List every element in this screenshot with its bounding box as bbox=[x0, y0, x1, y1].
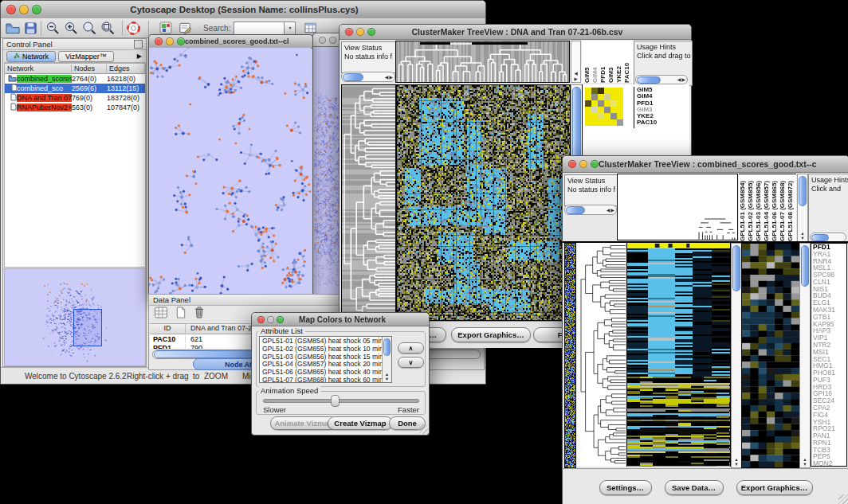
network-table-header[interactable]: Network Nodes Edges bbox=[5, 64, 145, 74]
zoom-button[interactable] bbox=[277, 316, 284, 323]
scrollbar-thumb[interactable] bbox=[343, 73, 363, 81]
status-welcome: Welcome to Cytoscape 2.6.2 bbox=[25, 372, 127, 381]
scrollbar-thumb[interactable] bbox=[799, 176, 807, 206]
window-controls[interactable] bbox=[6, 5, 41, 14]
id-column-header[interactable]: ID bbox=[150, 324, 186, 334]
vizmapper-icon[interactable] bbox=[159, 20, 172, 36]
resize-grip[interactable] bbox=[418, 424, 428, 434]
minimize-button[interactable] bbox=[267, 316, 274, 323]
tab-overflow-arrow[interactable]: ▶ bbox=[137, 53, 142, 60]
view-status-scrollbar[interactable]: ◀▶ bbox=[341, 72, 395, 82]
network-table-row[interactable]: combined_scores2764(0)16218(0) bbox=[5, 74, 145, 84]
delete-attribute-icon[interactable] bbox=[194, 306, 205, 322]
move-down-button[interactable]: ∨ bbox=[398, 357, 424, 368]
new-attribute-icon[interactable] bbox=[175, 307, 186, 322]
attribute-list[interactable]: GPL51-01 (GSM854) heat shock 05 minGPL51… bbox=[259, 336, 392, 383]
tab-network[interactable]: Network bbox=[6, 51, 56, 62]
scrollbar-thumb[interactable] bbox=[566, 206, 585, 214]
save-icon[interactable] bbox=[25, 20, 37, 36]
zoom-button[interactable] bbox=[591, 160, 599, 168]
minimize-button[interactable] bbox=[19, 5, 29, 14]
dendrogram-minibar[interactable]: ◀ ▶ bbox=[571, 41, 581, 83]
zoom-in-icon[interactable] bbox=[64, 20, 78, 36]
close-button[interactable] bbox=[155, 37, 163, 45]
array-column-label: GPL51-08 (GSM872) bbox=[787, 174, 795, 241]
animation-slider-track[interactable] bbox=[263, 399, 419, 403]
close-button[interactable] bbox=[257, 316, 265, 323]
main-title-bar[interactable]: Cytoscape Desktop (Session Name: collins… bbox=[1, 1, 485, 19]
minimize-button[interactable] bbox=[166, 37, 174, 45]
animation-slider-thumb[interactable] bbox=[331, 395, 340, 407]
export-graphics-button[interactable]: Export Graphics… bbox=[736, 480, 813, 495]
row-dendrogram-1[interactable] bbox=[342, 85, 395, 320]
select-attributes-icon[interactable] bbox=[154, 307, 168, 322]
column-dendrogram-2[interactable] bbox=[618, 174, 737, 240]
close-button[interactable] bbox=[345, 28, 353, 36]
usage-hints-scrollbar[interactable]: ◀▶ bbox=[635, 75, 688, 84]
minimize-button[interactable] bbox=[356, 28, 364, 36]
zoom-heatmap-1[interactable] bbox=[585, 88, 623, 126]
annotation-icon[interactable] bbox=[179, 20, 192, 36]
close-button[interactable] bbox=[6, 5, 16, 14]
gene-label: MON2 bbox=[813, 460, 846, 467]
treeview1-title-bar[interactable]: ClusterMaker TreeView : DNA and Tran 07-… bbox=[340, 25, 691, 40]
scroll-left-icon: ◀ bbox=[677, 76, 681, 84]
network-table-row[interactable]: RNAPuberNov2+563(0)107847(0) bbox=[5, 103, 145, 112]
col-edges[interactable]: Edges bbox=[107, 64, 145, 72]
global-heatmap-2[interactable] bbox=[626, 243, 731, 467]
treeview2-title-bar[interactable]: ClusterMaker TreeView : combined_scores_… bbox=[563, 156, 848, 173]
export-graphics-button[interactable]: Export Graphics… bbox=[451, 327, 531, 342]
column-dendrogram-1[interactable] bbox=[396, 41, 569, 82]
zoom-out-icon[interactable] bbox=[45, 20, 60, 36]
close-button[interactable] bbox=[568, 160, 576, 168]
heatmap2-vscrollbar[interactable]: ▲ ▼ bbox=[731, 243, 742, 468]
network-table-row[interactable]: DNA and Tran 07769(0)183728(0) bbox=[5, 93, 145, 103]
birdseye-viewport-rect[interactable] bbox=[73, 309, 102, 346]
minimize-button[interactable] bbox=[579, 160, 587, 168]
zoom-button[interactable] bbox=[32, 5, 41, 14]
minimize-button[interactable] bbox=[329, 37, 336, 44]
zoom-button[interactable] bbox=[177, 37, 185, 45]
overview-strip[interactable] bbox=[564, 243, 576, 468]
col-nodes[interactable]: Nodes bbox=[72, 64, 107, 72]
save-data-button[interactable]: Save Data… bbox=[665, 480, 724, 495]
scrollbar-thumb[interactable] bbox=[732, 245, 740, 291]
close-button[interactable] bbox=[319, 37, 326, 44]
search-input[interactable] bbox=[234, 21, 285, 35]
search-combo-button[interactable]: ▼ bbox=[285, 21, 296, 35]
faster-label: Faster bbox=[398, 405, 419, 414]
scroll-right-icon: ▶ bbox=[389, 74, 393, 80]
network-canvas-1[interactable] bbox=[149, 48, 311, 297]
labels-vscrollbar[interactable]: ▲ ▼ bbox=[797, 174, 808, 242]
birdseye-view[interactable] bbox=[4, 268, 146, 366]
view-status-scrollbar[interactable]: ◀▶ bbox=[564, 205, 617, 215]
zoom-selected-icon[interactable] bbox=[82, 20, 96, 36]
open-file-icon[interactable] bbox=[6, 20, 20, 36]
create-vizmap-button[interactable]: Create Vizmap bbox=[328, 416, 393, 430]
zoom-column-labels: GIM5GIM4PFD1GIM3YKE2PAC10 bbox=[582, 41, 634, 83]
col-network[interactable]: Network bbox=[5, 64, 72, 72]
settings-button[interactable]: Settings… bbox=[599, 480, 652, 495]
zoom-fit-icon[interactable] bbox=[100, 20, 115, 36]
network-table-row[interactable]: combined_sco2569(6)13112(15) bbox=[5, 84, 145, 93]
tab-vizmapper[interactable]: VizMapper™ bbox=[58, 51, 114, 62]
attribute-list-scrollbar[interactable]: ▲ ▼ bbox=[382, 337, 391, 382]
help-icon[interactable] bbox=[127, 20, 140, 36]
zoom-button[interactable] bbox=[367, 28, 375, 36]
zoom-heatmap-2[interactable] bbox=[741, 243, 800, 468]
scrollbar-thumb[interactable] bbox=[383, 338, 391, 356]
float-panel-icon[interactable] bbox=[134, 40, 143, 49]
network-window-title-bar[interactable]: combined_scores_good.txt--cluste… bbox=[149, 35, 312, 49]
resize-grip[interactable] bbox=[838, 494, 848, 504]
global-heatmap-1[interactable] bbox=[397, 85, 570, 320]
scrollbar-thumb[interactable] bbox=[637, 76, 661, 84]
scrollbar-thumb[interactable] bbox=[811, 234, 829, 241]
attribute-list-item[interactable]: GPL51-07 (GSM868) heat shock 60 min bbox=[262, 377, 391, 383]
move-up-button[interactable]: ∧ bbox=[398, 342, 424, 354]
zoom2-vscrollbar[interactable]: ▲ ▼ bbox=[799, 243, 811, 468]
zoom-row-labels: GIM5GIM4PFD1GIM3YKE2PAC10 bbox=[634, 87, 689, 128]
scrollbar-thumb[interactable] bbox=[801, 245, 809, 287]
row-dendrogram-2[interactable] bbox=[576, 243, 626, 467]
dialog-title-bar[interactable]: Map Colors to Network bbox=[252, 313, 429, 326]
network-edges-count: 183728(0) bbox=[107, 94, 145, 102]
